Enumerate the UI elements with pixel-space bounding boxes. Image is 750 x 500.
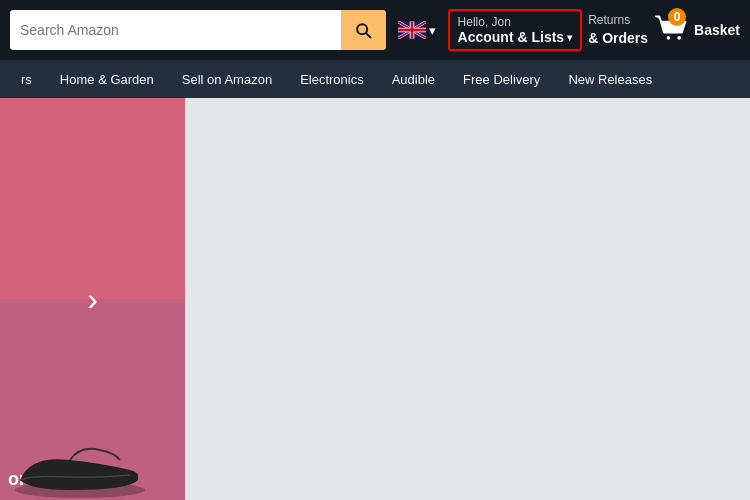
- basket-icon-wrap: 0: [654, 14, 690, 46]
- carousel-next-button[interactable]: ›: [87, 281, 98, 318]
- svg-point-1: [667, 36, 671, 40]
- account-chevron-icon: ▾: [567, 32, 572, 43]
- nav-item-rs[interactable]: rs: [8, 65, 45, 94]
- svg-point-2: [677, 36, 681, 40]
- returns-bottom-line: & Orders: [588, 29, 648, 49]
- account-lists-button[interactable]: Hello, Jon Account & Lists ▾: [448, 9, 583, 51]
- search-icon: [353, 20, 373, 40]
- pink-top-section: [0, 98, 185, 299]
- left-banner-panel: ore ›: [0, 98, 185, 500]
- search-bar: [10, 10, 386, 50]
- language-selector[interactable]: ▾: [392, 17, 442, 43]
- main-gray-area: [185, 98, 750, 500]
- search-button[interactable]: [341, 10, 386, 50]
- basket-label: Basket: [694, 22, 740, 38]
- lang-chevron: ▾: [429, 23, 436, 38]
- uk-flag-icon: [398, 21, 426, 39]
- nav-item-sell-on-amazon[interactable]: Sell on Amazon: [169, 65, 285, 94]
- shoe-image: [10, 435, 150, 500]
- nav-item-free-delivery[interactable]: Free Delivery: [450, 65, 553, 94]
- header: ▾ Hello, Jon Account & Lists ▾ Returns &…: [0, 0, 750, 60]
- basket-count-badge: 0: [668, 8, 686, 26]
- search-input[interactable]: [10, 10, 341, 50]
- returns-top-line: Returns: [588, 12, 648, 29]
- account-main-label: Account & Lists ▾: [458, 29, 573, 45]
- nav-item-home-garden[interactable]: Home & Garden: [47, 65, 167, 94]
- nav-item-audible[interactable]: Audible: [379, 65, 448, 94]
- basket-button[interactable]: 0 Basket: [654, 14, 740, 46]
- returns-orders-button[interactable]: Returns & Orders: [588, 12, 648, 48]
- main-content: ore ›: [0, 98, 750, 500]
- nav-item-new-releases[interactable]: New Releases: [555, 65, 665, 94]
- nav-bar: rs Home & Garden Sell on Amazon Electron…: [0, 60, 750, 98]
- nav-item-electronics[interactable]: Electronics: [287, 65, 377, 94]
- account-lists-label: Account & Lists: [458, 29, 565, 45]
- account-hello: Hello, Jon: [458, 15, 573, 29]
